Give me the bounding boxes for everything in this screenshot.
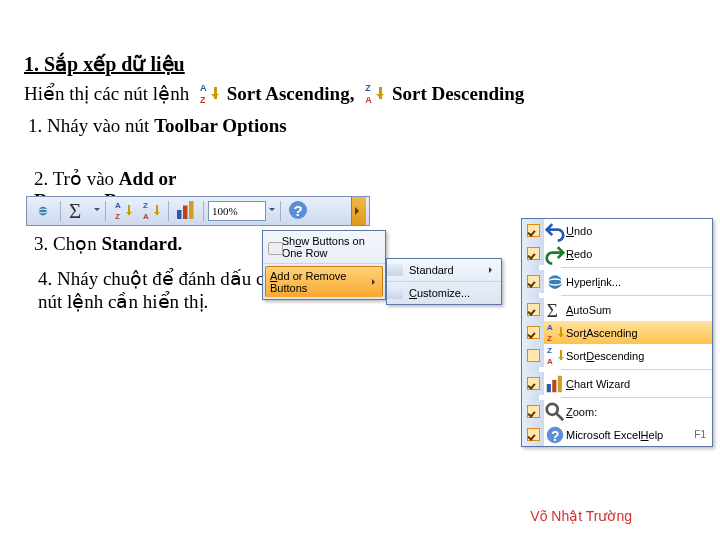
svg-text:?: ? [294,202,303,219]
chevron-right-icon [355,207,363,215]
sort-descending-button[interactable]: ZA [138,199,164,223]
zoom-icon [544,401,566,423]
help-icon: ? [544,424,566,446]
command-label: Microsoft Excel Help [566,429,694,441]
command-label: Sort Ascending [566,327,712,339]
command-label: Sort Descending [566,350,712,362]
link-icon [544,271,566,293]
command-item[interactable]: AZSort Ascending [522,321,712,344]
sortdesc-icon: ZA [544,347,566,365]
svg-text:Σ: Σ [547,299,558,320]
check-icon [527,224,540,237]
check-icon [527,428,540,441]
svg-rect-12 [552,379,556,391]
step-4: 4. Nháy chuột để đánh dấu các nút lệnh c… [38,267,298,313]
check-icon [527,326,540,339]
customize-label: Customize... [409,287,470,299]
command-label: Chart Wizard [566,378,712,390]
step-1: 1. Nháy vào nút Toolbar Options [28,115,696,137]
command-label: AutoSum [566,304,712,316]
separator [280,201,281,221]
autosum-dropdown[interactable] [93,208,101,214]
show-buttons-one-row-item[interactable]: Show Buttons on One Row [263,231,385,264]
toolbar-options-button[interactable] [351,197,366,225]
svg-text:Σ: Σ [69,198,81,222]
step1-bold: Toolbar Options [154,115,287,136]
hyperlink-button[interactable] [30,199,56,223]
check-gutter [522,298,544,321]
undo-icon [544,220,566,242]
check-icon [527,377,540,390]
svg-point-0 [39,207,48,216]
command-item[interactable]: Hyperlink... [522,270,712,293]
separator [168,201,169,221]
command-item[interactable]: ?Microsoft Excel HelpF1 [522,423,712,446]
zoom-combo[interactable]: 100% [208,201,266,221]
check-gutter [522,242,544,265]
check-gutter [522,423,544,446]
standard-menu-item[interactable]: Standard [387,259,501,281]
check-gutter [522,400,544,423]
check-gutter [522,344,544,367]
popup1-row2-text: Add or Remove Buttons [270,270,368,294]
step2-pre: 2. Trỏ vào [34,168,119,189]
svg-rect-4 [183,205,188,219]
check-gutter [522,372,544,395]
sigma-icon: Σ [544,299,566,321]
sort-asc-label: Sort Ascending, [227,83,355,104]
command-item[interactable]: Zoom: [522,400,712,423]
svg-line-15 [556,413,563,420]
command-label: Hyperlink... [566,276,712,288]
step3-pre: 3. Chọn [34,233,101,254]
check-icon [527,247,540,260]
svg-point-8 [548,275,562,289]
keyboard-shortcut: F1 [694,429,712,440]
add-or-remove-buttons-item[interactable]: Add or Remove Buttons [265,266,383,297]
check-gutter [522,270,544,293]
check-icon [527,303,540,316]
check-gutter [522,219,544,242]
toolbar-options-popup: Show Buttons on One Row Add or Remove Bu… [262,230,386,300]
separator [60,201,61,221]
chevron-right-icon [489,267,495,273]
svg-rect-13 [558,375,562,392]
separator [203,201,204,221]
intro-line: Hiển thị các nút lệnh AZ Sort Ascending,… [24,82,696,105]
sort-ascending-button[interactable]: AZ [110,199,136,223]
chart-icon [174,198,198,225]
svg-rect-5 [189,201,194,219]
sort-desc-label: Sort Descending [392,83,524,104]
sort-descending-icon: ZA [142,202,160,220]
command-item[interactable]: Chart Wizard [522,372,712,395]
step1-pre: 1. Nháy vào nút [28,115,154,136]
chart-wizard-button[interactable] [173,199,199,223]
standard-toolbar: Σ AZ ZA 100% ? [26,196,370,226]
autosum-button[interactable]: Σ [65,199,91,223]
customize-menu-item[interactable]: Customize... [387,281,501,304]
help-button[interactable]: ? [285,199,311,223]
sigma-icon: Σ [66,198,90,225]
redo-icon [544,243,566,265]
svg-rect-11 [547,384,551,392]
check-icon [527,405,540,418]
command-item[interactable]: ΣAutoSum [522,298,712,321]
step3-bold: Standard. [101,233,182,254]
command-item[interactable]: Undo [522,219,712,242]
chevron-right-icon [372,279,378,285]
check-gutter [522,321,544,344]
add-remove-submenu: Standard Customize... [386,258,502,305]
check-icon [527,275,540,288]
command-item[interactable]: ZASort Descending [522,344,712,367]
popup1-row1-text: Show Buttons on One Row [282,235,380,259]
check-icon [527,349,540,362]
sort-ascending-icon: AZ [114,202,132,220]
command-item[interactable]: Redo [522,242,712,265]
svg-point-14 [547,403,558,414]
sortasc-icon: AZ [544,324,566,342]
chart-icon [544,373,566,395]
separator [105,201,106,221]
zoom-dropdown[interactable] [268,208,276,214]
svg-rect-3 [177,210,182,219]
intro-prefix: Hiển thị các nút lệnh [24,83,189,104]
sort-descending-icon: ZA [363,84,385,104]
